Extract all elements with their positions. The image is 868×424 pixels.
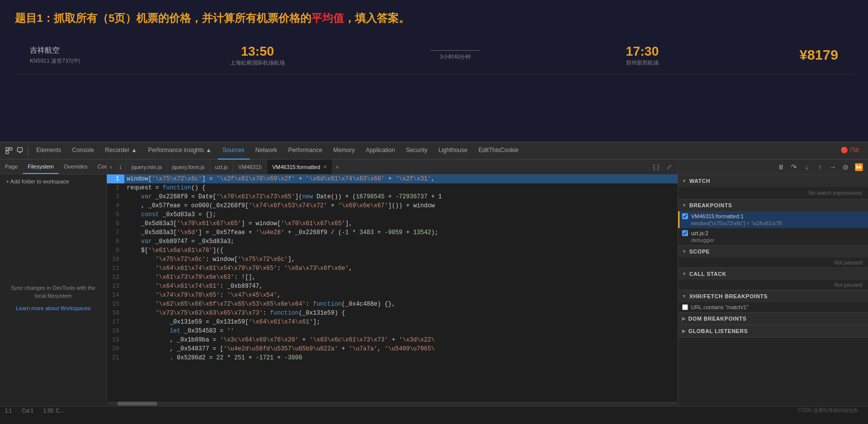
tab-security[interactable]: Security [401,142,432,160]
code-line-16: 16 '\x73\x75\x63\x63\x65\x73\x73': funct… [107,309,678,318]
dom-chevron: ▶ [682,316,686,321]
global-header[interactable]: ▶ Global Listeners [678,325,868,337]
callstack-section: ▼ Call Stack Not paused [678,268,868,290]
breakpoint-item-2: uzt.js:2 debugger [678,228,868,245]
flight-card: 吉祥航空 KN5911 波音737(中) 13:50 上海虹桥国际机场机场 3小… [15,36,853,75]
tab-filesystem[interactable]: Filesystem [23,160,59,174]
editor-controls: { } ⤢ [648,160,678,174]
editor-tab-uzt[interactable]: uzt.js [210,160,234,174]
scope-section: ▼ Scope Not paused [678,246,868,268]
device-icon[interactable] [15,146,25,156]
status-bar: 1:1 Col 1 1:35: C... [0,406,868,415]
sources-layout: Page Filesystem Overrides Content script… [0,160,868,406]
tab-memory[interactable]: Memory [328,142,359,160]
breakpoint-row-2: uzt.js:2 [682,230,864,236]
watch-chevron: ▼ [682,178,687,183]
editor-tab-jquery-min[interactable]: jquery.min.js [126,160,167,174]
more-editor-tabs-icon[interactable]: » [333,160,342,174]
depart-airport: 上海虹桥国际机场机场 [230,59,285,67]
dom-header[interactable]: ▶ DOM Breakpoints [678,313,868,325]
editor-tabbar: ‹ 1 jquery.min.js jquery.form.js uzt.js … [107,160,678,174]
price: ¥8179 [799,47,838,63]
debug-toolbar: ⏸ ↷ ↓ ↑ → ⊘ ⏩ [678,160,868,175]
scroll-track[interactable] [107,402,677,406]
tab-elements[interactable]: Elements [31,142,66,160]
question-block: 题目1：抓取所有（5页）机票的价格，并计算所有机票价格的平均值，填入答案。 [15,10,853,26]
code-line-9: 9 $['\x61\x6a\x61\x78']({ [107,246,678,255]
watch-section: ▼ Watch No watch expressions [678,175,868,199]
editor-tab-vm46315[interactable]: VM46315 [233,160,267,174]
code-line-5: 5 const _0x5d83a3 = {}; [107,210,678,219]
tab-lighthouse[interactable]: Lighthouse [434,142,473,160]
breakpoints-section: ▼ Breakpoints VM46315:formatted:1 window… [678,199,868,246]
xhr-section: ▼ XHR/fetch Breakpoints URL contains "ma… [678,290,868,313]
code-line-18: 18 let _0x354583 = '' [107,327,678,336]
depart-time: 13:50 [230,44,285,59]
code-line-7: 7 _0x5d83a3['\x6d'] = _0x57feae + '\u4e2… [107,228,678,237]
tab-performance-insights[interactable]: Performance insights ▲ [143,142,217,160]
error-badge: 🔴 758 [836,142,864,160]
code-line-8: 8 var _0xb89747 = _0x5d83a3; [107,237,678,246]
step-into-icon[interactable]: ↓ [801,162,812,172]
question-prefix: 题目1：抓取所有（5页）机票的价格，并计算所有机票价格的 [15,12,311,24]
sources-tabs: Page Filesystem Overrides Content script… [0,160,106,174]
close-tab-icon[interactable]: × [323,164,327,170]
xhr-header[interactable]: ▼ XHR/fetch Breakpoints [678,290,868,302]
tab-sources[interactable]: Sources [218,142,250,160]
dom-section: ▶ DOM Breakpoints [678,313,868,325]
tab-overrides[interactable]: Overrides [59,160,92,174]
breakpoints-header[interactable]: ▼ Breakpoints [678,199,868,211]
duration-text: 3小时40分钟 [440,53,471,61]
code-line-15: 15 '\x62\x65\x66\x6f\x72\x65\x53\x65\x6e… [107,300,678,309]
global-chevron: ▶ [682,329,686,334]
horizontal-scrollbar[interactable] [107,401,678,406]
step-over-icon[interactable]: ↷ [788,162,799,172]
code-line-12: 12 '\x61\x73\x79\x6e\x63': ![], [107,273,678,282]
scroll-thumb[interactable] [117,402,157,406]
dont-pause-icon[interactable]: ⏩ [853,162,864,172]
code-editor[interactable]: 1 window['\x75\x72\x6c'] = '\x2f\x61\x70… [107,174,678,401]
inspect-icon[interactable] [4,146,14,156]
tab-editthiscookie[interactable]: EditThisCookie [473,142,523,160]
tab-performance[interactable]: Performance [283,142,328,160]
code-line-17: 17 _0x131e59 = _0x131e59['\x64\x61\x74\x… [107,318,678,327]
xhr-checkbox[interactable] [682,304,688,310]
breakpoint-row-1: VM46315:formatted:1 [682,213,864,219]
left-panel: Page Filesystem Overrides Content script… [0,160,107,406]
devtools-tabbar: Elements Console Recorder ▲ Performance … [0,142,868,160]
pause-icon[interactable]: ⏸ [776,162,786,172]
sync-text: Sync changes in DevTools with the local … [10,284,96,300]
learn-more-link[interactable]: Learn more about Workspaces [16,305,90,311]
tab-prev-icon[interactable]: ‹ [107,160,115,174]
format-icon[interactable]: { } [651,162,662,172]
watch-header[interactable]: ▼ Watch [678,175,868,187]
breakpoint-checkbox-2[interactable] [682,230,688,236]
callstack-header[interactable]: ▼ Call Stack [678,268,868,280]
tab-application[interactable]: Application [361,142,400,160]
right-panel: ⏸ ↷ ↓ ↑ → ⊘ ⏩ ▼ Watch No watch expressio… [678,160,868,406]
search-icon[interactable]: ⤢ [664,162,675,172]
scope-header[interactable]: ▼ Scope [678,246,868,257]
tab-page[interactable]: Page [0,160,23,174]
code-line-2: 2 request = function() { [107,183,678,192]
tab-console[interactable]: Console [67,142,99,160]
svg-rect-3 [17,148,22,152]
deactivate-icon[interactable]: ⊘ [840,162,851,172]
code-line-20: 20 , _0x548377 = ['\u4e2d\u56fd\u5357\u6… [107,344,678,353]
scope-not-paused: Not paused [678,257,868,267]
code-line-4: 4 , _0x57feae = oo000(_0x2268f9['\x74\x6… [107,201,678,210]
question-suffix: ，填入答案。 [344,12,410,24]
breakpoint-checkbox-1[interactable] [682,213,688,219]
code-line-6: 6 _0x5d83a3['\x70\x61\x67\x65'] = window… [107,219,678,228]
airline-name: 吉祥航空 [30,46,89,55]
tab-network[interactable]: Network [251,142,282,160]
airline-info: 吉祥航空 KN5911 波音737(中) [30,46,89,65]
step-icon[interactable]: → [827,162,838,172]
no-watch-text: No watch expressions [678,187,868,199]
editor-tab-jquery-form[interactable]: jquery.form.js [167,160,210,174]
step-out-icon[interactable]: ↑ [814,162,825,172]
tab-recorder[interactable]: Recorder ▲ [100,142,142,160]
breakpoints-chevron: ▼ [682,203,687,208]
add-folder-button[interactable]: + Add folder to workspace [0,174,106,188]
editor-tab-vm46315-formatted[interactable]: VM46315:formatted × [267,160,332,174]
